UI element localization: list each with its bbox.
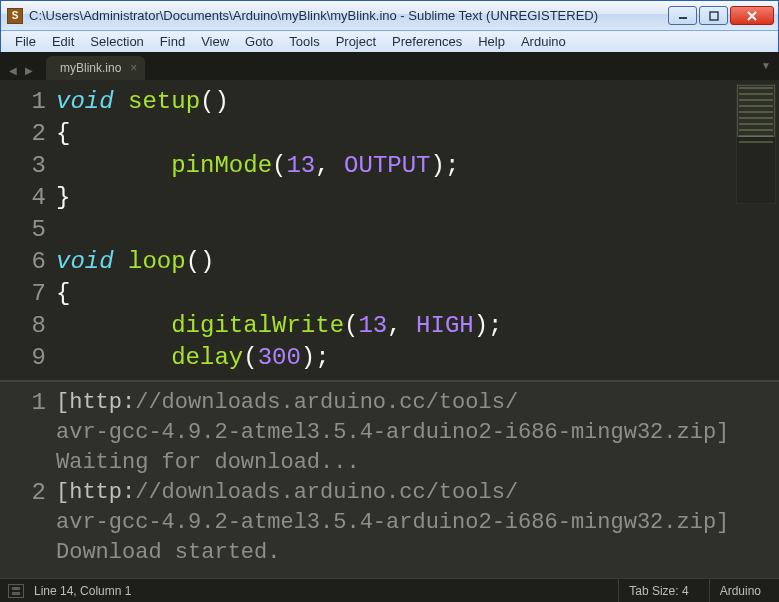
window-title: C:\Users\Administrator\Documents\Arduino… — [29, 8, 668, 23]
menu-project[interactable]: Project — [328, 32, 384, 51]
code-line[interactable]: { — [56, 278, 779, 310]
output-entry: [http://downloads.arduino.cc/tools/avr-g… — [56, 388, 773, 478]
minimap[interactable] — [736, 84, 776, 204]
status-syntax[interactable]: Arduino — [709, 579, 771, 602]
close-button[interactable] — [730, 6, 774, 25]
line-number: 3 — [0, 150, 46, 182]
output-panel[interactable]: 12 [http://downloads.arduino.cc/tools/av… — [0, 380, 779, 578]
status-tabsize[interactable]: Tab Size: 4 — [618, 579, 698, 602]
tab-label: myBlink.ino — [60, 61, 121, 75]
code-line[interactable]: } — [56, 182, 779, 214]
tab-history-forward-icon[interactable]: ▶ — [22, 64, 36, 76]
menu-tools[interactable]: Tools — [281, 32, 327, 51]
code-line[interactable]: void loop() — [56, 246, 779, 278]
code-line[interactable]: pinMode(13, OUTPUT); — [56, 150, 779, 182]
tab-myblink[interactable]: myBlink.ino × — [46, 56, 145, 80]
tab-history-back-icon[interactable]: ◀ — [6, 64, 20, 76]
menu-preferences[interactable]: Preferences — [384, 32, 470, 51]
menu-edit[interactable]: Edit — [44, 32, 82, 51]
menu-goto[interactable]: Goto — [237, 32, 281, 51]
titlebar: S C:\Users\Administrator\Documents\Ardui… — [1, 1, 778, 31]
output-entry: [http://downloads.arduino.cc/tools/avr-g… — [56, 478, 773, 568]
maximize-button[interactable] — [699, 6, 728, 25]
line-number: 4 — [0, 182, 46, 214]
tabbar: ◀ ▶ myBlink.ino × ▼ — [0, 52, 779, 80]
tab-history-nav: ◀ ▶ — [6, 64, 36, 80]
line-number: 8 — [0, 310, 46, 342]
tab-close-icon[interactable]: × — [130, 61, 137, 75]
line-number: 5 — [0, 214, 46, 246]
code-line[interactable] — [56, 214, 779, 246]
line-gutter: 123456789 — [0, 80, 56, 380]
line-number: 2 — [0, 118, 46, 150]
output-line-number: 2 — [0, 478, 46, 568]
menu-file[interactable]: File — [7, 32, 44, 51]
editor-shell: ◀ ▶ myBlink.ino × ▼ 123456789 void setup… — [0, 52, 779, 602]
menu-selection[interactable]: Selection — [82, 32, 151, 51]
line-number: 1 — [0, 86, 46, 118]
app-icon: S — [7, 8, 23, 24]
output-body[interactable]: [http://downloads.arduino.cc/tools/avr-g… — [56, 382, 779, 578]
line-number: 7 — [0, 278, 46, 310]
output-line-number: 1 — [0, 388, 46, 478]
menu-view[interactable]: View — [193, 32, 237, 51]
output-gutter: 12 — [0, 382, 56, 578]
menu-find[interactable]: Find — [152, 32, 193, 51]
status-position[interactable]: Line 14, Column 1 — [34, 584, 131, 598]
code-line[interactable]: digitalWrite(13, HIGH); — [56, 310, 779, 342]
window-controls — [668, 6, 774, 25]
statusbar: Line 14, Column 1 Tab Size: 4 Arduino — [0, 578, 779, 602]
code-line[interactable]: delay(300); — [56, 342, 779, 374]
code-line[interactable]: void setup() — [56, 86, 779, 118]
panel-switcher-icon[interactable] — [8, 584, 24, 598]
menu-help[interactable]: Help — [470, 32, 513, 51]
menubar: File Edit Selection Find View Goto Tools… — [1, 31, 778, 53]
code-area[interactable]: 123456789 void setup(){ pinMode(13, OUTP… — [0, 80, 779, 380]
tab-overflow-icon[interactable]: ▼ — [761, 60, 771, 71]
minimize-button[interactable] — [668, 6, 697, 25]
code-line[interactable]: { — [56, 118, 779, 150]
line-number: 6 — [0, 246, 46, 278]
svg-rect-1 — [710, 12, 718, 20]
code-body[interactable]: void setup(){ pinMode(13, OUTPUT);}void … — [56, 80, 779, 380]
line-number: 9 — [0, 342, 46, 374]
menu-arduino[interactable]: Arduino — [513, 32, 574, 51]
